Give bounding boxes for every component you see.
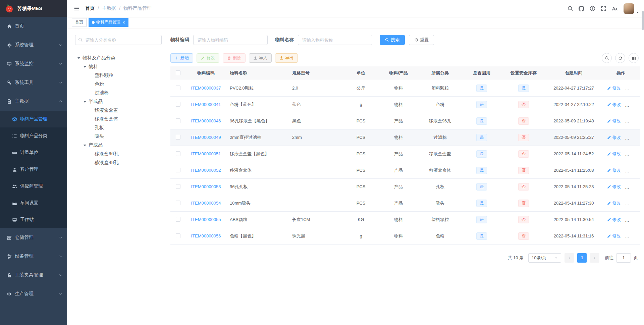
search-button[interactable]: 搜索	[380, 35, 405, 45]
material-name-input[interactable]	[298, 35, 372, 45]
sidebar-subitem[interactable]: 供应商管理	[0, 178, 67, 195]
edit-link[interactable]: 修改	[607, 134, 621, 141]
material-code-link[interactable]: ITEM00000055	[191, 217, 221, 222]
tree-node[interactable]: 移液盒盒体	[75, 115, 162, 123]
tree-node[interactable]: 移液盒盒盖	[75, 106, 162, 115]
breadcrumb-item[interactable]: 主数据	[102, 5, 116, 11]
fullscreen-button[interactable]	[598, 0, 609, 17]
tree-expand-caret-icon[interactable]	[83, 144, 87, 147]
tree-node[interactable]: 孔板	[75, 123, 162, 132]
breadcrumb-item[interactable]: 首页	[85, 5, 95, 11]
material-code-link[interactable]: ITEM00000054	[191, 201, 221, 206]
delete-button[interactable]: 删除	[223, 53, 246, 63]
row-checkbox[interactable]	[176, 86, 180, 90]
app-logo[interactable]: 苦糖果MES	[0, 0, 67, 17]
material-code-link[interactable]: ITEM00000041	[191, 102, 221, 107]
tree-node[interactable]: 移液盒48孔	[75, 158, 162, 167]
tab-close-icon[interactable]: ×	[122, 20, 125, 25]
material-code-link[interactable]: ITEM00000053	[191, 184, 221, 189]
sidebar-subitem[interactable]: 物料产品分类	[0, 127, 67, 144]
edit-button[interactable]: 修改	[197, 53, 219, 63]
tree-expand-caret-icon[interactable]	[77, 56, 81, 60]
edit-link[interactable]: 修改	[607, 102, 621, 108]
row-checkbox[interactable]	[176, 135, 180, 140]
page-size-select[interactable]: 10条/页	[528, 253, 561, 263]
material-code-link[interactable]: ITEM00000037	[191, 86, 221, 91]
tree-node[interactable]: 移液盒96孔	[75, 150, 162, 158]
sidebar-subitem[interactable]: 工作站	[0, 211, 67, 228]
sidebar-item[interactable]: 工装夹具管理	[0, 266, 67, 284]
material-code-link[interactable]: ITEM00000056	[191, 233, 221, 238]
tree-expand-caret-icon[interactable]	[83, 100, 87, 104]
tree-node[interactable]: 物料	[75, 62, 162, 71]
scrollbar-thumb[interactable]	[642, 11, 644, 30]
row-checkbox[interactable]	[176, 217, 180, 222]
tab-item[interactable]: 首页	[72, 18, 87, 27]
column-settings-button[interactable]	[629, 53, 639, 63]
font-size-button[interactable]	[609, 0, 620, 17]
edit-link[interactable]: 修改	[607, 184, 621, 190]
tree-node[interactable]: 半成品	[75, 97, 162, 106]
refresh-table-button[interactable]	[615, 53, 625, 63]
edit-link[interactable]: 修改	[607, 217, 621, 223]
sidebar-item[interactable]: 首页	[0, 17, 67, 36]
tab-item[interactable]: 物料产品管理×	[89, 18, 128, 27]
edit-link[interactable]: 修改	[607, 167, 621, 173]
toggle-search-button[interactable]	[602, 53, 612, 63]
user-avatar[interactable]	[624, 3, 634, 14]
goto-page-input[interactable]	[616, 253, 631, 263]
sidebar-item[interactable]: 系统监控	[0, 54, 67, 73]
material-code-link[interactable]: ITEM00000046	[191, 118, 221, 123]
tree-node[interactable]: 物料及产品分类	[75, 54, 162, 62]
page-number-button[interactable]: 1	[577, 253, 587, 263]
row-checkbox[interactable]	[176, 151, 180, 156]
sidebar-item[interactable]: 设备管理	[0, 247, 67, 266]
row-checkbox[interactable]	[176, 201, 180, 205]
sidebar-item[interactable]: 系统管理	[0, 36, 67, 54]
edit-link[interactable]: 修改	[607, 200, 621, 206]
row-checkbox[interactable]	[176, 233, 180, 238]
sidebar-subitem[interactable]: 车间设置	[0, 195, 67, 211]
select-all-checkbox[interactable]	[176, 70, 180, 75]
category-search-input[interactable]	[75, 35, 162, 45]
edit-link[interactable]: 修改	[607, 85, 621, 91]
edit-link[interactable]: 修改	[607, 233, 621, 239]
tree-node[interactable]: 塑料颗粒	[75, 71, 162, 80]
material-code-link[interactable]: ITEM00000051	[191, 151, 221, 156]
edit-icon	[201, 56, 205, 60]
breadcrumb-item[interactable]: 物料产品管理	[123, 5, 152, 11]
row-checkbox[interactable]	[176, 168, 180, 172]
prev-page-button[interactable]	[565, 253, 574, 263]
sidebar-item[interactable]: 仓储管理	[0, 228, 67, 247]
user-menu[interactable]	[624, 2, 639, 15]
help-button[interactable]	[587, 0, 598, 17]
sidebar-item[interactable]: 系统工具	[0, 73, 67, 92]
tree-node[interactable]: 过滤棉	[75, 89, 162, 97]
sidebar-item[interactable]: 主数据	[0, 92, 67, 111]
sidebar-subitem[interactable]: 计量单位	[0, 144, 67, 161]
sidebar-toggle-button[interactable]	[72, 2, 81, 15]
sidebar-item[interactable]: 生产管理	[0, 284, 67, 303]
row-checkbox[interactable]	[176, 184, 180, 189]
export-button[interactable]: 导出	[275, 53, 298, 63]
edit-link[interactable]: 修改	[607, 151, 621, 157]
reset-button[interactable]: 重置	[409, 35, 434, 45]
header-search-button[interactable]	[565, 0, 576, 17]
row-checkbox[interactable]	[176, 102, 180, 107]
row-checkbox[interactable]	[176, 118, 180, 123]
tree-node[interactable]: 吸头	[75, 132, 162, 141]
import-button[interactable]: 导入	[249, 53, 272, 63]
sidebar-subitem[interactable]: 物料产品管理	[0, 111, 67, 127]
edit-link[interactable]: 修改	[607, 118, 621, 124]
tree-node[interactable]: 产成品	[75, 141, 162, 150]
material-code-input[interactable]	[193, 35, 268, 45]
material-code-link[interactable]: ITEM00000049	[191, 135, 221, 140]
tree-node[interactable]: 色粉	[75, 80, 162, 89]
sidebar-subitem[interactable]: 客户管理	[0, 161, 67, 178]
github-button[interactable]	[576, 0, 587, 17]
next-page-button[interactable]	[590, 253, 599, 263]
page-size-value: 10条/页	[532, 255, 546, 261]
add-button[interactable]: 新增	[170, 53, 193, 63]
tree-expand-caret-icon[interactable]	[83, 65, 87, 69]
material-code-link[interactable]: ITEM00000052	[191, 168, 221, 173]
